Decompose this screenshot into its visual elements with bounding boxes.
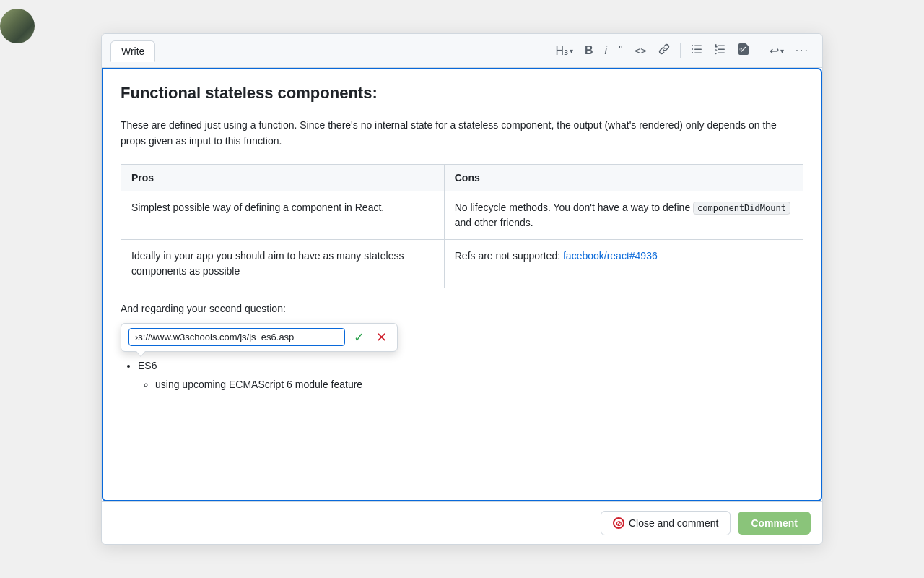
table-header-cons: Cons (444, 164, 803, 191)
link-button[interactable] (654, 40, 674, 61)
document-paragraph: These are defined just using a function.… (121, 117, 803, 150)
sub-list-item-text: using upcoming ECMAScript 6 module featu… (155, 379, 362, 390)
undo-chevron-icon: ▾ (780, 47, 784, 55)
avatar (0, 9, 35, 43)
link-confirm-button[interactable]: ✓ (351, 328, 367, 347)
italic-label: i (605, 44, 608, 57)
toolbar-separator-2 (759, 43, 759, 58)
con-code-1: componentDidMount (693, 202, 790, 215)
table-header-pros: Pros (121, 164, 445, 191)
x-icon: ✕ (376, 330, 387, 345)
table-row: Ideally in your app you should aim to ha… (121, 239, 803, 288)
table-cell-con-1: No lifecycle methods. You don't have a w… (444, 191, 803, 239)
undo-icon: ↩ (770, 44, 779, 58)
bold-label: B (585, 44, 593, 57)
blockquote-icon: " (619, 44, 623, 57)
table-row: Simplest possible way of defining a comp… (121, 191, 803, 239)
link-icon (658, 43, 670, 58)
list-item: using upcoming ECMAScript 6 module featu… (155, 376, 803, 392)
heading-label: H₃ (555, 44, 568, 58)
blockquote-button[interactable]: " (614, 41, 627, 60)
editor-container: Write H₃ ▾ B i " <> (101, 33, 823, 545)
undo-button[interactable]: ↩ ▾ (765, 41, 788, 61)
con-link-2[interactable]: facebook/react#4936 (563, 250, 658, 262)
link-popup: ✓ ✕ (121, 323, 398, 352)
sub-bullet-list: using upcoming ECMAScript 6 module featu… (155, 376, 803, 392)
list-item-text: ES6 (138, 360, 157, 371)
con-text-2: Refs are not supported: (455, 250, 563, 262)
bullet-list-icon (691, 43, 702, 58)
document-title: Functional stateless components: (121, 84, 803, 103)
bold-button[interactable]: B (580, 41, 598, 60)
link-popup-wrapper: ✓ ✕ (121, 323, 803, 352)
link-url-input[interactable] (128, 328, 345, 346)
code-button[interactable]: <> (630, 42, 651, 59)
editor-content[interactable]: Functional stateless components: These a… (102, 68, 822, 501)
table-cell-pro-1: Simplest possible way of defining a comp… (121, 191, 445, 239)
task-list-icon (737, 43, 749, 58)
close-and-comment-button[interactable]: ⊘ Close and comment (601, 511, 731, 535)
comment-button[interactable]: Comment (738, 512, 811, 535)
more-button[interactable]: ··· (791, 41, 814, 60)
pros-cons-table: Pros Cons Simplest possible way of defin… (121, 164, 803, 288)
close-comment-label: Close and comment (629, 517, 719, 529)
italic-button[interactable]: i (601, 41, 612, 60)
checkmark-icon: ✓ (354, 330, 365, 345)
second-question-text: And regarding your second question: (121, 303, 803, 314)
bullet-list-button[interactable] (687, 40, 707, 61)
link-cancel-button[interactable]: ✕ (373, 328, 390, 347)
heading-button[interactable]: H₃ ▾ (551, 41, 578, 61)
task-list-button[interactable] (733, 40, 753, 61)
stop-icon: ⊘ (613, 517, 624, 529)
con-suffix-1: and other friends. (455, 217, 533, 228)
numbered-list-icon (714, 43, 725, 58)
bullet-list: ES6 using upcoming ECMAScript 6 module f… (138, 358, 803, 393)
editor-footer: ⊘ Close and comment Comment (102, 501, 822, 544)
more-icon: ··· (796, 44, 809, 57)
table-cell-pro-2: Ideally in your app you should aim to ha… (121, 239, 445, 288)
write-tab[interactable]: Write (110, 40, 155, 62)
code-icon: <> (635, 45, 647, 56)
table-cell-con-2: Refs are not supported: facebook/react#4… (444, 239, 803, 288)
list-item: ES6 using upcoming ECMAScript 6 module f… (138, 358, 803, 393)
numbered-list-button[interactable] (710, 40, 730, 61)
toolbar-separator (680, 43, 681, 58)
con-text-1: No lifecycle methods. You don't have a w… (455, 202, 693, 213)
chevron-down-icon: ▾ (570, 47, 573, 55)
editor-toolbar: Write H₃ ▾ B i " <> (102, 34, 822, 68)
